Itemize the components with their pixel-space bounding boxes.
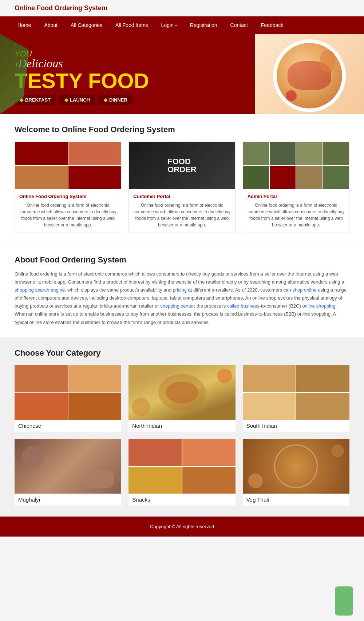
category-chinese-label: Chienese xyxy=(15,420,121,432)
hero-badge-dinner: DINNER xyxy=(99,95,132,105)
footer: Copyright © All rights reserved xyxy=(0,517,364,537)
category-heading: Choose Your Category xyxy=(15,348,349,358)
category-north-indian-image xyxy=(128,365,235,420)
category-grid: Chienese North Indian South Indian xyxy=(15,365,349,506)
category-mughalyi-image xyxy=(15,439,121,494)
card3-image xyxy=(243,142,349,189)
nav-feedback[interactable]: Feedback xyxy=(254,16,290,34)
hero-food-image xyxy=(255,34,364,114)
category-north-indian[interactable]: North Indian xyxy=(128,365,235,432)
welcome-heading: Welcome to Online Food Ordering System xyxy=(15,125,349,134)
hero-title2: TESTY FOOD xyxy=(15,70,240,91)
about-text: Online food ordering is a form of electr… xyxy=(15,270,349,327)
hero-badges: BREKFAST LAUNCH DINNER xyxy=(15,95,240,105)
card-customer-portal: FOODORDER Customer Portal Online food or… xyxy=(128,142,235,233)
category-south-indian-image xyxy=(243,365,349,420)
category-south-indian[interactable]: South Indian xyxy=(243,365,349,432)
about-section: About Food Ordering System Online food o… xyxy=(0,244,364,337)
category-veg-thali-image xyxy=(243,439,349,494)
hero-title1: 1Delicious xyxy=(15,57,240,70)
category-chinese[interactable]: Chienese xyxy=(15,365,121,432)
category-snacks-image xyxy=(128,439,235,494)
category-south-indian-label: South Indian xyxy=(243,420,349,432)
hero-banner: 1 YOU 1Delicious TESTY FOOD BREKFAST LAU… xyxy=(0,34,364,114)
card-online-food: Online Food Ordering System Online food … xyxy=(15,142,121,233)
nav-home[interactable]: Home xyxy=(11,16,37,34)
card3-title: Admin Portal xyxy=(248,194,345,199)
card-admin-portal: Admin Portal Online food ordering is a f… xyxy=(243,142,349,233)
nav-all-categories[interactable]: All Categories xyxy=(64,16,109,34)
nav-contact[interactable]: Contact xyxy=(224,16,254,34)
category-mughalyi[interactable]: Mughalyi xyxy=(15,439,121,506)
category-section: Choose Your Category Chienese North Indi… xyxy=(0,337,364,517)
card1-image xyxy=(15,142,121,189)
card3-text: Online food ordering is a form of electr… xyxy=(248,202,345,228)
welcome-section: Welcome to Online Food Ordering System O… xyxy=(0,114,364,244)
site-title: Online Food Ordering System xyxy=(0,0,364,16)
nav-about[interactable]: About xyxy=(37,16,64,34)
hero-badge-lunch: LAUNCH xyxy=(59,95,95,105)
category-north-indian-label: North Indian xyxy=(128,420,235,432)
nav-login[interactable]: Login xyxy=(155,16,183,34)
category-mughalyi-label: Mughalyi xyxy=(15,494,121,506)
hero-content: 1 YOU 1Delicious TESTY FOOD BREKFAST LAU… xyxy=(0,36,255,112)
card2-image: FOODORDER xyxy=(129,142,235,189)
footer-text: Copyright © All rights reserved xyxy=(150,524,214,529)
category-snacks[interactable]: Snacks xyxy=(128,439,235,506)
category-veg-thali-label: Veg Thali xyxy=(243,494,349,506)
card2-text: Online food ordering is a form of electr… xyxy=(133,202,230,228)
portal-cards: Online Food Ordering System Online food … xyxy=(15,142,349,233)
food-plate xyxy=(273,39,346,112)
category-veg-thali[interactable]: Veg Thali xyxy=(243,439,349,506)
card2-title: Customer Portal xyxy=(133,194,230,199)
card1-text: Online food ordering is a form of electr… xyxy=(19,202,116,228)
card1-title: Online Food Ordering System xyxy=(19,194,116,199)
main-nav: Home About All Categories All Food Items… xyxy=(0,16,364,34)
category-chinese-image xyxy=(15,365,121,420)
category-snacks-label: Snacks xyxy=(128,494,235,506)
nav-all-food-items[interactable]: All Food Items xyxy=(109,16,154,34)
about-heading: About Food Ordering System xyxy=(15,255,349,265)
nav-registration[interactable]: Registration xyxy=(183,16,224,34)
